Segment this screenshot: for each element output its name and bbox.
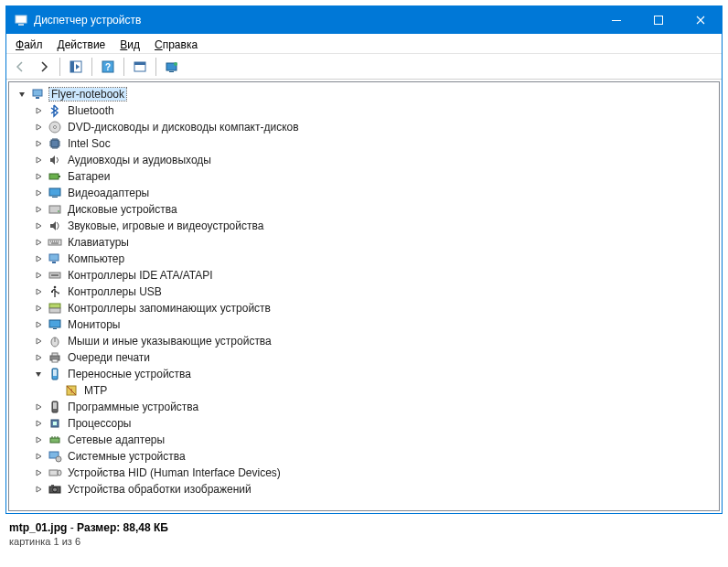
tree-node[interactable]: Компьютер	[9, 251, 719, 267]
tree-node[interactable]: Системные устройства	[9, 448, 719, 465]
forward-button[interactable]	[33, 56, 55, 78]
svg-point-56	[53, 487, 58, 492]
expander-icon[interactable]	[15, 87, 29, 102]
menu-view[interactable]: Вид	[120, 38, 140, 51]
expander-icon[interactable]	[31, 169, 46, 184]
svg-rect-26	[49, 254, 59, 261]
tree-node[interactable]: Программные устройства	[9, 399, 719, 415]
help-button[interactable]: ?	[97, 56, 119, 78]
caption-size-label: Размер:	[77, 521, 120, 534]
tree-node[interactable]: Контроллеры USB	[9, 284, 719, 300]
usb-icon	[48, 284, 62, 299]
svg-rect-57	[51, 485, 54, 487]
tree-root[interactable]: Flyer-notebook	[9, 86, 719, 102]
expander-icon[interactable]	[31, 153, 46, 167]
expander-icon[interactable]	[31, 186, 46, 200]
menu-action[interactable]: Действие	[58, 38, 106, 51]
expander-icon[interactable]	[31, 433, 46, 447]
caption-filename: mtp_01.jpg	[9, 521, 67, 534]
tree-node[interactable]: Переносные устройства	[9, 366, 719, 382]
svg-rect-35	[49, 320, 60, 327]
tree-node[interactable]: Аудиовходы и аудиовыходы	[9, 152, 719, 168]
tree-node[interactable]: Intel Soc	[9, 135, 719, 152]
expander-icon[interactable]	[31, 367, 46, 381]
expander-icon[interactable]	[31, 284, 46, 299]
svg-rect-18	[49, 174, 59, 179]
tree-child-node[interactable]: !MTP	[9, 382, 719, 399]
expander-icon[interactable]	[31, 465, 46, 480]
tree-node[interactable]: Очереди печати	[9, 349, 719, 366]
tree-node[interactable]: DVD-дисководы и дисководы компакт-дисков	[9, 119, 719, 135]
toolbar-separator	[155, 58, 156, 76]
maximize-button[interactable]	[637, 6, 680, 34]
expander-icon[interactable]	[31, 416, 46, 431]
tree-node[interactable]: Дисковые устройства	[9, 201, 719, 218]
expander-icon[interactable]	[31, 301, 46, 316]
svg-rect-34	[49, 308, 60, 313]
svg-rect-19	[59, 176, 60, 177]
expander-icon[interactable]	[31, 268, 46, 283]
tree-node[interactable]: Bluetooth	[9, 102, 719, 119]
expander-icon[interactable]	[31, 482, 46, 497]
window-title: Диспетчер устройств	[34, 14, 595, 27]
expander-icon[interactable]	[31, 334, 46, 348]
tree-node-label: Системные устройства	[66, 450, 187, 463]
expander-icon[interactable]	[31, 317, 46, 332]
title-bar[interactable]: Диспетчер устройств	[6, 6, 722, 34]
svg-rect-24	[50, 224, 53, 228]
svg-point-52	[56, 456, 61, 462]
expander-icon[interactable]	[31, 219, 46, 233]
tree-node[interactable]: Контроллеры IDE ATA/ATAPI	[9, 267, 719, 284]
tree-node-label: Контроллеры запоминающих устройств	[66, 302, 273, 315]
svg-rect-14	[36, 97, 39, 99]
tree-node[interactable]: Устройства обработки изображений	[9, 481, 719, 497]
scan-button[interactable]	[129, 56, 151, 78]
device-tree[interactable]: Flyer-notebookBluetoothDVD-дисководы и д…	[8, 81, 720, 511]
tree-node[interactable]: Сетевые адаптеры	[9, 432, 719, 448]
toolbar-separator	[123, 58, 124, 76]
svg-point-32	[58, 293, 59, 294]
expander-icon[interactable]	[31, 449, 46, 464]
tree-node[interactable]: Видеоадаптеры	[9, 185, 719, 201]
tree-node[interactable]: Батареи	[9, 168, 719, 185]
expander-icon[interactable]	[31, 103, 46, 118]
tree-node[interactable]: Устройства HID (Human Interface Devices)	[9, 465, 719, 481]
tree-node[interactable]: Процессоры	[9, 415, 719, 432]
app-icon	[14, 13, 28, 27]
expander-icon[interactable]	[31, 202, 46, 217]
refresh-button[interactable]	[161, 56, 183, 78]
svg-point-30	[54, 286, 57, 289]
expander-icon[interactable]	[31, 136, 46, 151]
tree-node-label: Процессоры	[66, 417, 134, 430]
tree-node[interactable]: Звуковые, игровые и видеоустройства	[9, 218, 719, 234]
monitor-icon	[48, 317, 62, 332]
svg-rect-47	[53, 402, 57, 409]
tree-node[interactable]: Контроллеры запоминающих устройств	[9, 300, 719, 316]
expander-icon[interactable]	[31, 350, 46, 365]
tree-node[interactable]: Мыши и иные указывающие устройства	[9, 333, 719, 349]
expander-icon[interactable]	[31, 251, 46, 266]
tree-node[interactable]: Клавиатуры	[9, 234, 719, 251]
expander-icon[interactable]	[31, 235, 46, 250]
svg-rect-2	[612, 20, 621, 21]
tree-node[interactable]: Мониторы	[9, 316, 719, 333]
tree-node-label: DVD-дисководы и дисководы компакт-дисков	[66, 121, 301, 134]
cpu-icon	[48, 416, 62, 431]
tree-node-label: MTP	[82, 384, 109, 397]
back-button[interactable]	[9, 56, 31, 78]
show-hide-tree-button[interactable]	[65, 56, 87, 78]
close-button[interactable]	[680, 6, 722, 34]
net-icon	[48, 433, 62, 447]
expander-icon[interactable]	[31, 400, 46, 414]
tree-node-label: Переносные устройства	[66, 368, 193, 380]
toolbar: ?	[6, 54, 722, 80]
ide-icon	[48, 268, 62, 283]
minimize-button[interactable]	[595, 6, 637, 34]
menu-file[interactable]: Файл	[16, 38, 43, 51]
tree-node-label: Контроллеры USB	[66, 285, 164, 298]
dvd-icon	[48, 120, 62, 134]
menu-help[interactable]: Справка	[155, 38, 198, 51]
warn-icon: !	[64, 383, 79, 398]
svg-point-54	[58, 470, 61, 476]
expander-icon[interactable]	[31, 120, 46, 134]
